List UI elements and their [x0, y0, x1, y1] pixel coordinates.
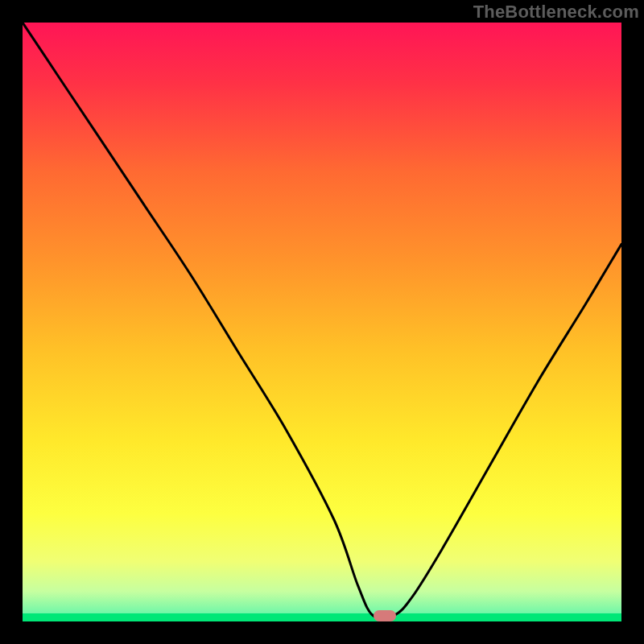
watermark-text: TheBottleneck.com — [473, 2, 639, 23]
bottleneck-curve — [23, 23, 621, 618]
optimal-marker — [374, 610, 396, 621]
chart-stage: TheBottleneck.com — [0, 0, 644, 644]
plot-area — [23, 23, 621, 621]
curve-layer — [23, 23, 621, 621]
